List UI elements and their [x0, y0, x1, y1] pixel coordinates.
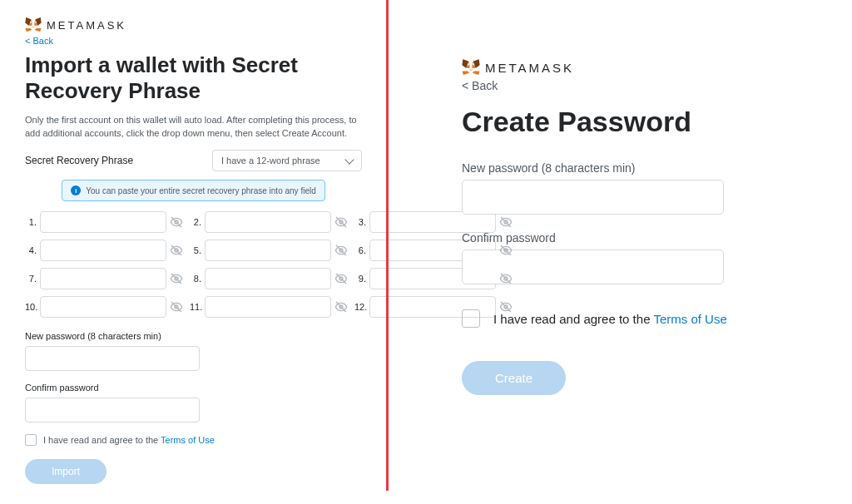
word-cell: 10. — [25, 296, 183, 318]
eye-off-icon[interactable] — [499, 272, 513, 285]
terms-text: I have read and agree to the Terms of Us… — [493, 312, 727, 326]
word-cell: 11. — [190, 296, 348, 318]
vertical-divider — [386, 0, 389, 491]
chevron-down-icon — [344, 155, 354, 164]
create-button[interactable]: Create — [462, 361, 566, 395]
eye-off-icon[interactable] — [170, 300, 183, 314]
page-title: Create Password — [462, 106, 745, 138]
word-number: 3. — [354, 217, 366, 227]
new-password-label: New password (8 characters min) — [462, 161, 745, 175]
eye-off-icon[interactable] — [334, 244, 348, 257]
srp-header-row: Secret Recovery Phrase I have a 12-word … — [25, 150, 362, 171]
word-number: 5. — [190, 245, 201, 255]
word-cell: 4. — [25, 240, 183, 261]
paste-info-banner: i You can paste your entire secret recov… — [62, 180, 324, 201]
word-number: 6. — [354, 245, 366, 255]
terms-text: I have read and agree to the Terms of Us… — [43, 435, 215, 445]
svg-marker-34 — [469, 69, 471, 70]
phrase-length-select[interactable]: I have a 12-word phrase — [212, 150, 362, 171]
word-cell: 8. — [190, 268, 348, 289]
word-cell: 7. — [25, 268, 183, 289]
word-input-7[interactable] — [40, 268, 166, 289]
word-input-5[interactable] — [205, 240, 331, 261]
back-link[interactable]: < Back — [462, 79, 498, 92]
word-number: 1. — [25, 217, 37, 227]
word-number: 7. — [25, 274, 37, 284]
word-number: 11. — [190, 302, 201, 312]
recovery-words-grid: 1. 2. 3. 4. 5. 6. 7. 8. 9. 10. 11. 12. — [25, 211, 362, 318]
new-password-input[interactable] — [25, 346, 200, 371]
terms-checkbox[interactable] — [25, 434, 37, 446]
word-number: 8. — [190, 274, 201, 284]
brand-text: METAMASK — [485, 61, 574, 75]
page-title: Import a wallet with Secret Recovery Phr… — [25, 52, 362, 104]
word-cell: 1. — [25, 211, 183, 233]
eye-off-icon[interactable] — [334, 215, 348, 229]
metamask-fox-icon — [462, 58, 480, 77]
new-password-input[interactable] — [462, 180, 724, 215]
srp-label: Secret Recovery Phrase — [25, 155, 133, 166]
confirm-password-label: Confirm password — [462, 231, 745, 245]
svg-marker-6 — [30, 28, 32, 31]
word-number: 4. — [25, 245, 37, 255]
svg-marker-9 — [33, 27, 35, 27]
eye-off-icon[interactable] — [499, 244, 513, 257]
svg-marker-8 — [32, 27, 33, 27]
eye-off-icon[interactable] — [170, 244, 183, 257]
back-link[interactable]: < Back — [25, 36, 53, 46]
info-icon: i — [71, 185, 81, 195]
confirm-password-label: Confirm password — [25, 383, 362, 393]
logo-row: METAMASK — [462, 58, 745, 77]
svg-marker-7 — [35, 28, 37, 31]
metamask-fox-icon — [25, 17, 42, 33]
svg-marker-32 — [467, 72, 469, 74]
subtitle-text: Only the first account on this wallet wi… — [25, 114, 362, 140]
terms-of-use-link[interactable]: Terms of Use — [653, 312, 726, 326]
word-cell: 5. — [190, 240, 348, 261]
word-number: 9. — [354, 274, 366, 284]
create-password-panel: METAMASK < Back Create Password New pass… — [437, 0, 770, 504]
word-number: 10. — [25, 302, 37, 312]
word-input-10[interactable] — [40, 296, 166, 318]
word-input-1[interactable] — [40, 211, 166, 233]
terms-checkbox[interactable] — [462, 309, 480, 328]
terms-row: I have read and agree to the Terms of Us… — [25, 434, 362, 446]
import-button[interactable]: Import — [25, 459, 106, 484]
svg-marker-33 — [473, 72, 475, 74]
word-number: 2. — [190, 217, 201, 227]
eye-off-icon[interactable] — [334, 272, 348, 285]
svg-marker-35 — [471, 69, 473, 70]
brand-text: METAMASK — [47, 19, 126, 32]
eye-off-icon[interactable] — [170, 272, 183, 285]
word-input-8[interactable] — [205, 268, 331, 289]
word-input-11[interactable] — [205, 296, 331, 318]
word-cell: 2. — [190, 211, 348, 233]
import-wallet-panel: METAMASK < Back Import a wallet with Sec… — [0, 0, 387, 504]
terms-of-use-link[interactable]: Terms of Use — [161, 435, 215, 445]
phrase-length-value: I have a 12-word phrase — [221, 156, 320, 166]
info-text: You can paste your entire secret recover… — [86, 186, 315, 195]
eye-off-icon[interactable] — [499, 215, 513, 229]
confirm-password-input[interactable] — [25, 398, 200, 422]
word-input-2[interactable] — [205, 211, 331, 233]
logo-row: METAMASK — [25, 17, 362, 33]
word-input-4[interactable] — [40, 240, 166, 261]
word-number: 12. — [354, 302, 366, 312]
eye-off-icon[interactable] — [499, 300, 513, 314]
eye-off-icon[interactable] — [170, 215, 183, 229]
new-password-label: New password (8 characters min) — [25, 331, 362, 341]
eye-off-icon[interactable] — [334, 300, 348, 314]
